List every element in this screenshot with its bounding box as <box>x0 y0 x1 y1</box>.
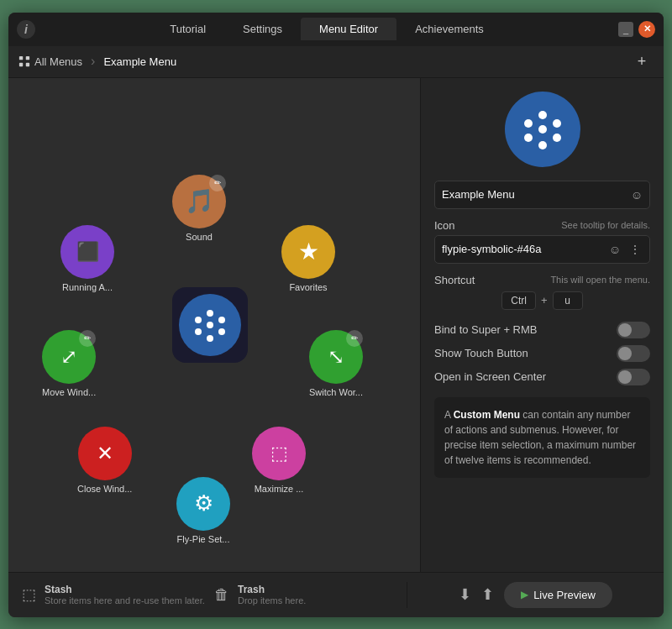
trash-text: Trash Drop items here. <box>238 584 306 605</box>
trash-desc: Drop items here. <box>238 595 306 605</box>
preview-icon-area <box>434 92 650 167</box>
shortcut-keys-row: Ctrl + u <box>434 291 650 310</box>
svg-point-11 <box>538 111 547 119</box>
more-icon-button[interactable]: ⋮ <box>627 241 643 258</box>
menu-item-maximize[interactable]: ⬚ Maximize ... <box>252 427 306 494</box>
close-wind-label: Close Wind... <box>77 484 132 494</box>
menu-item-move-wind[interactable]: ⤢ ✏ Move Wind... <box>42 330 96 397</box>
menu-item-close-wind[interactable]: ✕ Close Wind... <box>77 427 132 494</box>
move-wind-icon: ⤢ <box>60 345 77 369</box>
svg-point-9 <box>195 317 202 323</box>
stash-text: Stash Store items here and re-use them l… <box>45 584 205 605</box>
toggle-touch-button-label: Show Touch Button <box>434 347 528 359</box>
center-icon-circle <box>179 294 241 356</box>
svg-point-4 <box>207 310 213 317</box>
svg-point-13 <box>553 134 561 142</box>
stash-icon: ⬚ <box>22 585 36 604</box>
svg-rect-0 <box>19 56 23 60</box>
u-key: u <box>553 291 583 310</box>
preview-circle <box>505 92 580 167</box>
flypie-center-icon <box>192 307 228 343</box>
menu-item-switch-wor[interactable]: ⤡ ✏ Switch Wor... <box>309 330 363 397</box>
grid-icon <box>18 55 30 67</box>
live-preview-label: Live Preview <box>533 589 596 601</box>
tab-menu-editor[interactable]: Menu Editor <box>301 18 396 40</box>
running-label: Running A... <box>62 282 113 292</box>
edit-badge-sound: ✏ <box>209 175 226 191</box>
trash-icon: 🗑 <box>214 586 229 604</box>
icon-label-row: Icon See tooltip for details. <box>434 219 650 232</box>
import-button[interactable]: ⬇ <box>459 585 471 604</box>
svg-point-16 <box>524 119 533 128</box>
toggle-bind-super: Bind to Super + RMB <box>434 320 650 340</box>
play-icon: ▶ <box>521 589 528 600</box>
favorites-label: Favorites <box>289 282 327 292</box>
content-area: 🎵 ✏ Sound ★ Favorites ⬛ <box>8 78 664 572</box>
icon-hint: See tooltip for details. <box>561 220 650 230</box>
tab-tutorial[interactable]: Tutorial <box>151 18 224 40</box>
info-text-plain: A <box>444 409 454 421</box>
toggle-screen-center: Open in Screen Center <box>434 367 650 387</box>
sound-label: Sound <box>186 232 213 242</box>
svg-point-7 <box>207 335 213 342</box>
svg-point-14 <box>538 141 547 149</box>
menu-name-input[interactable] <box>442 188 631 201</box>
shortcut-label: Shortcut <box>434 274 475 286</box>
emoji-button-name[interactable]: ☺ <box>631 188 643 202</box>
menubar: All Menus › Example Menu + <box>8 46 664 78</box>
current-menu-name: Example Menu <box>103 55 176 68</box>
svg-point-12 <box>553 119 561 128</box>
switch-wor-label: Switch Wor... <box>309 387 363 397</box>
svg-point-15 <box>524 134 533 142</box>
tab-achievements[interactable]: Achievements <box>396 18 502 40</box>
menu-item-running[interactable]: ⬛ Running A... <box>60 225 114 292</box>
live-preview-button[interactable]: ▶ Live Preview <box>504 582 612 608</box>
maximize-icon: ⬚ <box>270 443 288 464</box>
icon-label: Icon <box>434 219 455 232</box>
all-menus-link[interactable]: All Menus <box>18 55 82 68</box>
center-menu-icon[interactable] <box>172 287 248 363</box>
flypie-set-label: Fly-Pie Set... <box>177 534 230 544</box>
emoji-button-icon[interactable]: ☺ <box>607 241 622 258</box>
toggle-bind-super-label: Bind to Super + RMB <box>434 323 537 336</box>
stash-title: Stash <box>45 584 205 595</box>
toggle-screen-center-control[interactable] <box>617 369 650 385</box>
bottom-bar: ⬚ Stash Store items here and re-use them… <box>8 572 664 617</box>
preview-flypie-icon <box>522 108 564 150</box>
minimize-button[interactable]: _ <box>618 22 633 37</box>
tab-settings[interactable]: Settings <box>224 18 301 40</box>
menu-canvas-area: 🎵 ✏ Sound ★ Favorites ⬛ <box>8 78 420 572</box>
switch-wor-icon: ⤡ <box>328 345 344 369</box>
edit-badge-move: ✏ <box>79 330 96 347</box>
menu-canvas: 🎵 ✏ Sound ★ Favorites ⬛ <box>8 78 420 572</box>
bottom-actions: ⬇ ⬆ ▶ Live Preview <box>407 582 650 608</box>
flypie-set-icon: ⚙ <box>194 490 213 516</box>
menu-name-input-row[interactable]: ☺ <box>434 181 650 209</box>
add-menu-button[interactable]: + <box>630 50 654 73</box>
svg-rect-1 <box>26 56 29 60</box>
maximize-label: Maximize ... <box>255 484 304 494</box>
toggle-touch-button-control[interactable] <box>617 345 650 362</box>
icon-input[interactable] <box>442 243 602 255</box>
shortcut-label-row: Shortcut This will open the menu. <box>434 274 650 286</box>
info-text-bold: Custom Menu <box>454 409 520 421</box>
move-wind-label: Move Wind... <box>42 387 96 397</box>
main-window: i Tutorial Settings Menu Editor Achievem… <box>8 13 664 617</box>
right-panel: ☺ Icon See tooltip for details. ☺ ⋮ Shor… <box>420 78 664 572</box>
icon-input-row[interactable]: ☺ ⋮ <box>434 235 650 264</box>
tab-bar: Tutorial Settings Menu Editor Achievemen… <box>44 18 610 40</box>
export-button[interactable]: ⬆ <box>481 585 494 604</box>
menu-item-favorites[interactable]: ★ Favorites <box>281 225 335 292</box>
close-wind-icon: ✕ <box>97 442 113 465</box>
menu-item-flypie-set[interactable]: ⚙ Fly-Pie Set... <box>176 477 230 544</box>
menu-item-sound[interactable]: 🎵 ✏ Sound <box>172 175 226 242</box>
close-button[interactable]: ✕ <box>638 21 655 38</box>
titlebar: i Tutorial Settings Menu Editor Achievem… <box>8 13 664 46</box>
svg-rect-2 <box>19 63 23 66</box>
breadcrumb-separator: › <box>91 54 95 69</box>
toggle-bind-super-control[interactable] <box>617 322 650 338</box>
info-button[interactable]: i <box>17 20 35 39</box>
svg-point-8 <box>195 328 202 335</box>
trash-area: 🗑 Trash Drop items here. <box>214 584 407 605</box>
window-controls: _ ✕ <box>618 21 655 38</box>
